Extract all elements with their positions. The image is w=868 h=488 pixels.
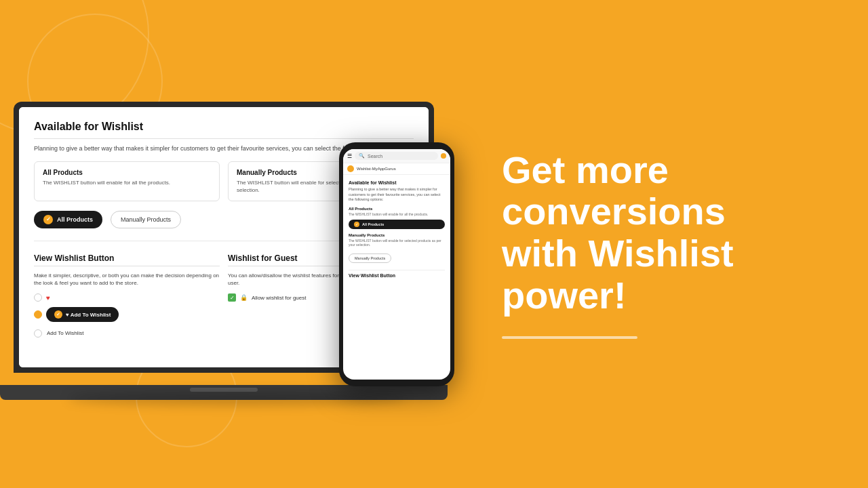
wishlist-btn-check-icon: ✓ (54, 310, 62, 319)
phone-manually-btn-label: Manually Products (355, 256, 385, 260)
phone-nav-store-name: Wishlist-MyAppGurus (357, 167, 396, 171)
manually-products-button[interactable]: Manually Products (111, 211, 181, 228)
phone-all-products-btn[interactable]: ✓ All Products (349, 220, 445, 229)
hero-text: Get more conversions with Wishlist power… (502, 149, 827, 316)
left-section: Available for Wishlist Planning to give … (0, 0, 475, 488)
phone: ☰ 🔍 Search Wishlist-MyAppGurus Available… (339, 142, 454, 386)
view-wishlist-title: View Wishlist Button (34, 253, 220, 263)
phone-available-title: Available for Wishlist (349, 180, 445, 185)
radio-circle-1 (34, 293, 42, 302)
section-divider-1 (34, 138, 414, 139)
allow-guest-label: Allow wishlist for guest (252, 295, 306, 301)
all-products-check-icon: ✓ (43, 215, 53, 224)
phone-screen: ☰ 🔍 Search Wishlist-MyAppGurus Available… (343, 149, 450, 380)
phone-view-wishlist-title: View Wishlist Button (349, 273, 445, 278)
radio-options: ♥ ✓ ♥ Add To Wishlist (34, 293, 220, 339)
phone-search-bar: 🔍 Search (355, 152, 438, 160)
hero-line1: Get more (502, 148, 669, 191)
all-products-card-desc: The WISHLIST button will enable for all … (43, 179, 211, 186)
available-section-title: Available for Wishlist (34, 121, 414, 133)
laptop-shadow (68, 392, 407, 405)
manually-products-btn-label: Manually Products (121, 216, 171, 223)
heart-icon: ♥ (46, 294, 50, 302)
phone-available-desc: Planning to give a better way that makes… (349, 187, 445, 203)
phone-top-bar: ☰ 🔍 Search (343, 149, 450, 163)
phone-btn-check-icon: ✓ (354, 222, 359, 227)
hero-line4: power! (502, 274, 627, 317)
laptop: Available for Wishlist Planning to give … (14, 102, 461, 400)
radio-circle-2 (34, 310, 42, 319)
phone-manually-products-btn[interactable]: Manually Products (349, 253, 391, 263)
all-products-card: All Products The WISHLIST button will en… (34, 161, 220, 201)
phone-all-products-btn-label: All Products (362, 222, 384, 226)
right-section: Get more conversions with Wishlist power… (475, 0, 868, 488)
phone-nav-logo (347, 165, 354, 172)
phone-manually-products-title: Manually Products (349, 233, 445, 237)
lock-icon: 🔒 (240, 294, 248, 301)
view-wishlist-divider (34, 266, 220, 266)
radio-option-3: Add To Wishlist (34, 327, 220, 339)
radio-circle-3 (34, 329, 42, 338)
phone-all-products-title: All Products (349, 207, 445, 211)
hamburger-icon: ☰ (347, 153, 352, 159)
add-to-wishlist-selected-btn[interactable]: ✓ ♥ Add To Wishlist (46, 307, 119, 322)
all-products-card-title: All Products (43, 169, 211, 176)
phone-all-products-desc: The WISHLIST button will enable for all … (349, 212, 445, 216)
view-wishlist-section: View Wishlist Button Make it simpler, de… (34, 248, 220, 339)
phone-search-text: Search (368, 154, 382, 159)
phone-manually-products-desc: The WISHLIST button will enable for sele… (349, 239, 445, 247)
hero-divider (502, 336, 637, 339)
phone-nav-bar: Wishlist-MyAppGurus (343, 163, 450, 175)
hero-line2: conversions (502, 190, 726, 232)
phone-notification-dot (441, 153, 446, 159)
add-to-wishlist-plain-btn[interactable]: Add To Wishlist (46, 327, 85, 339)
view-wishlist-desc: Make it simpler, descriptive, or both yo… (34, 272, 220, 287)
hero-line3: with Wishlist (502, 232, 734, 274)
all-products-btn-label: All Products (57, 216, 93, 223)
all-products-button[interactable]: ✓ All Products (34, 211, 102, 228)
allow-guest-checkbox[interactable]: ✓ (228, 293, 236, 302)
phone-content: Available for Wishlist Planning to give … (343, 175, 450, 283)
radio-option-1: ♥ (34, 293, 220, 302)
phone-divider (349, 270, 445, 270)
wishlist-btn-label-plain: Add To Wishlist (47, 330, 84, 336)
wishlist-btn-label-selected: ♥ Add To Wishlist (66, 312, 111, 318)
radio-option-2: ✓ ♥ Add To Wishlist (34, 307, 220, 322)
phone-search-icon: 🔍 (359, 153, 365, 159)
